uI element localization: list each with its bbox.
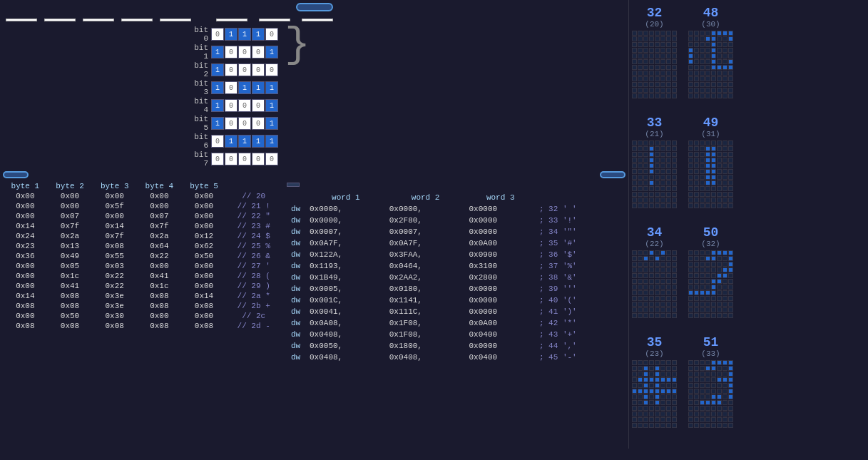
pixel	[660, 186, 665, 191]
bit-row: bit 110001	[188, 44, 279, 61]
pixel	[655, 48, 660, 53]
pixel	[711, 296, 716, 301]
pixel	[643, 140, 648, 145]
comment-cell: ; 44 ','	[536, 341, 624, 351]
pixel	[672, 372, 677, 377]
pixel	[728, 383, 733, 388]
pixel	[705, 296, 710, 301]
pixel	[700, 93, 705, 98]
pixel	[649, 36, 654, 41]
pixel	[632, 267, 637, 272]
pixel	[728, 423, 733, 428]
pixel	[660, 377, 665, 382]
pixel	[643, 389, 648, 394]
pixel	[655, 262, 660, 267]
asm-tab[interactable]	[287, 183, 300, 187]
pixel	[660, 180, 665, 185]
pixel	[694, 42, 699, 47]
pixel	[649, 394, 654, 399]
pixel	[700, 256, 705, 261]
pixel	[688, 192, 693, 197]
pixel	[672, 389, 677, 394]
pixel	[638, 88, 643, 93]
data-cell: 0x00	[48, 201, 93, 211]
pixel	[694, 203, 699, 208]
pixel	[666, 31, 671, 36]
pixel	[694, 400, 699, 405]
pixel	[688, 256, 693, 261]
pixel	[694, 307, 699, 312]
pixel	[643, 48, 648, 53]
comment-cell: // 20	[226, 191, 281, 201]
data-cell: 0x03	[92, 261, 137, 271]
pixel	[694, 48, 699, 53]
pixel	[666, 296, 671, 301]
pixel	[666, 313, 671, 318]
pixel	[655, 377, 660, 382]
bit-cell: 0	[252, 153, 265, 165]
bit-cell: 0	[265, 28, 278, 41]
pixel	[666, 140, 671, 145]
bit-cell: 0	[252, 99, 265, 112]
pixel	[643, 360, 648, 365]
output-cell: 0x0050,	[307, 341, 385, 351]
char-number: 34	[647, 225, 663, 240]
table-row: 0x000x500x300x000x00// 2c	[3, 311, 281, 321]
pixel	[666, 377, 671, 382]
data-cell: 0x08	[92, 241, 137, 251]
word1-value	[216, 19, 247, 21]
pixel	[632, 383, 637, 388]
pixel	[705, 82, 710, 87]
char-sub: (33)	[701, 349, 720, 358]
pixel	[694, 250, 699, 255]
pixel	[632, 31, 637, 36]
data-cell: 0x00	[182, 261, 227, 271]
pixel	[688, 250, 693, 255]
pixel	[688, 296, 693, 301]
pixel	[700, 400, 705, 405]
pixel	[694, 53, 699, 58]
pixel	[694, 290, 699, 295]
pixel	[638, 152, 643, 157]
pixel	[711, 412, 716, 416]
pixel	[643, 175, 648, 180]
pixel	[711, 192, 716, 197]
pixel	[705, 302, 710, 307]
pixel	[632, 307, 637, 312]
bit-row: bit 310111	[188, 79, 279, 96]
pixel	[711, 42, 716, 47]
pixel	[717, 140, 722, 145]
pixel	[700, 31, 705, 36]
pixel	[705, 290, 710, 295]
pixel	[672, 146, 677, 151]
byte5-value	[160, 19, 191, 21]
pixel	[723, 250, 727, 255]
pixel	[728, 198, 733, 203]
pixel	[666, 250, 671, 255]
pixel	[672, 273, 677, 278]
pixel	[649, 389, 654, 394]
pixel	[666, 360, 671, 365]
preview-item: 48(30)	[688, 6, 733, 98]
pixel	[688, 82, 693, 87]
pixel	[672, 42, 677, 47]
bit-cell: 0	[225, 153, 238, 165]
pixel	[672, 256, 677, 261]
pixel	[666, 180, 671, 185]
pixel	[694, 152, 699, 157]
pixel-grid	[632, 31, 677, 98]
pixel	[655, 140, 660, 145]
pixel	[660, 417, 665, 422]
pixel-grid	[688, 140, 733, 208]
output-cell: 0x0041,	[307, 307, 385, 317]
pixel	[655, 42, 660, 47]
pixel	[705, 42, 710, 47]
pixel	[700, 59, 705, 64]
data-cell: 0x00	[137, 201, 182, 211]
table-row: dw0x122A,0x3FAA,0x0900; 36 '$'	[288, 250, 624, 260]
pixel	[723, 180, 727, 185]
pixel	[694, 31, 699, 36]
pixel-grid	[688, 360, 733, 428]
bit-cell: 1	[225, 135, 238, 148]
pixel	[632, 146, 637, 151]
